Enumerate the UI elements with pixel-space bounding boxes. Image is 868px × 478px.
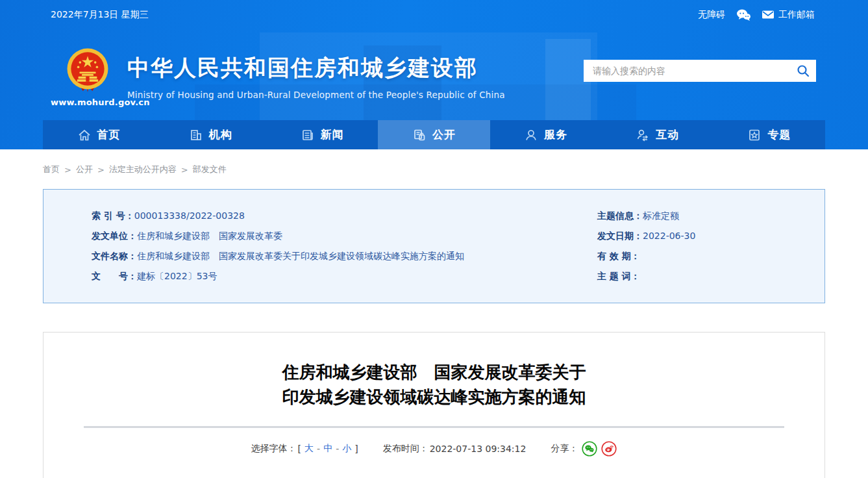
article-box: 住房和城乡建设部 国家发展改革委关于印发城乡建设领域碳达峰实施方案的通知 选择字… — [43, 332, 825, 478]
site-url: www.mohurd.gov.cn — [51, 97, 125, 107]
breadcrumb-separator: > — [64, 165, 71, 175]
nav-label: 互动 — [656, 127, 679, 142]
topbar-links: 无障碍 工作邮箱 — [698, 8, 815, 21]
nav-item-home[interactable]: 首页 — [43, 120, 155, 149]
share-label: 分享： — [551, 443, 578, 455]
font-size-large[interactable]: 大 — [303, 443, 316, 455]
info-label: 主 题 词： — [597, 271, 640, 281]
site-header: 2022年7月13日 星期三 无障碍 — [0, 0, 868, 149]
accessibility-link[interactable]: 无障碍 — [698, 9, 725, 21]
document-info-right-column: 主题信息：标准定额 发文日期：2022-06-30 有 效 期： 主 题 词： — [597, 206, 825, 286]
article-title: 住房和城乡建设部 国家发展改革委关于印发城乡建设领域碳达峰实施方案的通知 — [43, 360, 825, 409]
accessibility-label: 无障碍 — [698, 9, 725, 21]
main-nav: 首页 机构 新闻 — [43, 120, 825, 149]
breadcrumb-statutory-disclosure[interactable]: 法定主动公开内容 — [109, 164, 177, 175]
info-row-document-number: 文 号：建标〔2022〕53号 — [92, 266, 597, 286]
font-size-selector: 选择字体： [ 大 - 中 - 小 ] — [251, 443, 358, 455]
info-label: 发文单位： — [92, 231, 137, 241]
info-row-issuing-unit: 发文单位：住房和城乡建设部 国家发展改革委 — [92, 226, 597, 246]
info-value: 标准定额 — [643, 210, 679, 221]
nav-label: 机构 — [209, 127, 232, 142]
info-label: 索 引 号： — [92, 210, 134, 221]
site-subtitle-english: Ministry of Housing and Urban-Rural Deve… — [127, 90, 505, 100]
info-row-issue-date: 发文日期：2022-06-30 — [597, 226, 825, 246]
home-icon — [77, 128, 92, 142]
info-value: 2022-06-30 — [643, 231, 695, 241]
share-weibo-button[interactable] — [601, 441, 617, 457]
national-emblem-icon — [64, 45, 111, 92]
publish-time: 发布时间： 2022-07-13 09:34:12 — [383, 443, 527, 455]
nav-item-services[interactable]: 服务 — [490, 120, 602, 149]
breadcrumb-ministry-documents[interactable]: 部发文件 — [193, 164, 227, 175]
bracket: ] — [354, 444, 358, 454]
nav-item-special-topics[interactable]: 专题 — [713, 120, 825, 149]
building-icon — [189, 128, 203, 142]
current-date: 2022年7月13日 星期三 — [51, 9, 149, 21]
breadcrumb: 首页 > 公开 > 法定主动公开内容 > 部发文件 — [43, 164, 825, 175]
info-label: 发文日期： — [597, 231, 643, 241]
info-value: 住房和城乡建设部 国家发展改革委 — [137, 231, 282, 241]
font-size-medium[interactable]: 中 — [321, 443, 334, 455]
info-value: 住房和城乡建设部 国家发展改革委关于印发城乡建设领域碳达峰实施方案的通知 — [137, 251, 464, 261]
mailbox-label: 工作邮箱 — [778, 9, 815, 21]
chat-bubbles-icon[interactable] — [736, 8, 751, 21]
top-utility-bar: 2022年7月13日 星期三 无障碍 — [0, 0, 868, 29]
article-title-line1: 住房和城乡建设部 国家发展改革委关于 — [282, 362, 586, 382]
bracket: [ — [298, 444, 301, 454]
title-divider — [84, 426, 784, 428]
nav-item-org[interactable]: 机构 — [155, 120, 266, 149]
dash: - — [317, 444, 320, 454]
weibo-icon — [601, 441, 617, 457]
info-label: 主题信息： — [597, 210, 643, 221]
wechat-icon — [582, 441, 597, 457]
font-select-label: 选择字体： — [251, 443, 297, 455]
person-icon — [524, 128, 538, 142]
dash: - — [336, 444, 339, 454]
nav-label: 公开 — [432, 127, 456, 142]
info-label: 文 号： — [92, 271, 137, 281]
document-info-left-column: 索 引 号：000013338/2022-00328 发文单位：住房和城乡建设部… — [92, 206, 597, 286]
share-wechat-button[interactable] — [582, 441, 597, 457]
nav-label: 新闻 — [321, 127, 344, 142]
work-mailbox-link[interactable]: 工作邮箱 — [762, 9, 815, 21]
info-label: 有 效 期： — [597, 251, 640, 261]
star-icon — [747, 128, 762, 142]
nav-label: 服务 — [544, 127, 567, 142]
nav-label: 专题 — [767, 127, 791, 142]
article-meta-row: 选择字体： [ 大 - 中 - 小 ] 发布时间： 2022-07-13 09:… — [43, 441, 825, 457]
news-icon — [301, 128, 315, 142]
nav-item-open-gov[interactable]: 公开 — [378, 120, 490, 149]
info-row-topic-info: 主题信息：标准定额 — [597, 206, 825, 226]
search-box — [584, 60, 816, 82]
nav-item-news[interactable]: 新闻 — [266, 120, 378, 149]
publish-time-label: 发布时间： — [383, 443, 428, 455]
share-group: 分享： — [551, 441, 617, 457]
interact-icon — [636, 128, 650, 142]
search-button[interactable] — [790, 60, 816, 82]
info-label: 文件名称： — [92, 251, 137, 261]
envelope-icon — [762, 10, 775, 19]
breadcrumb-open-gov[interactable]: 公开 — [76, 164, 93, 175]
logo-block[interactable]: www.mohurd.gov.cn — [51, 45, 125, 120]
info-value: 建标〔2022〕53号 — [137, 271, 217, 281]
masthead: www.mohurd.gov.cn 中华人民共和国住房和城乡建设部 Minist… — [0, 29, 868, 120]
breadcrumb-separator: > — [181, 165, 188, 175]
documents-icon — [412, 128, 427, 142]
article-title-line2: 印发城乡建设领域碳达峰实施方案的通知 — [282, 387, 586, 407]
info-row-keywords: 主 题 词： — [597, 266, 825, 286]
search-icon — [797, 64, 810, 77]
info-row-index-number: 索 引 号：000013338/2022-00328 — [92, 206, 597, 226]
title-block: 中华人民共和国住房和城乡建设部 Ministry of Housing and … — [127, 53, 505, 120]
nav-label: 首页 — [97, 127, 121, 142]
site-title: 中华人民共和国住房和城乡建设部 — [127, 53, 505, 83]
info-row-document-name: 文件名称：住房和城乡建设部 国家发展改革委关于印发城乡建设领域碳达峰实施方案的通… — [92, 246, 597, 266]
document-info-box: 索 引 号：000013338/2022-00328 发文单位：住房和城乡建设部… — [43, 189, 825, 303]
info-value: 000013338/2022-00328 — [134, 210, 245, 221]
nav-item-interaction[interactable]: 互动 — [602, 120, 713, 149]
font-size-small[interactable]: 小 — [340, 443, 353, 455]
info-row-validity: 有 效 期： — [597, 246, 825, 266]
breadcrumb-separator: > — [97, 165, 105, 175]
search-input[interactable] — [584, 60, 790, 82]
publish-time-value: 2022-07-13 09:34:12 — [430, 444, 527, 454]
breadcrumb-home[interactable]: 首页 — [43, 164, 60, 175]
